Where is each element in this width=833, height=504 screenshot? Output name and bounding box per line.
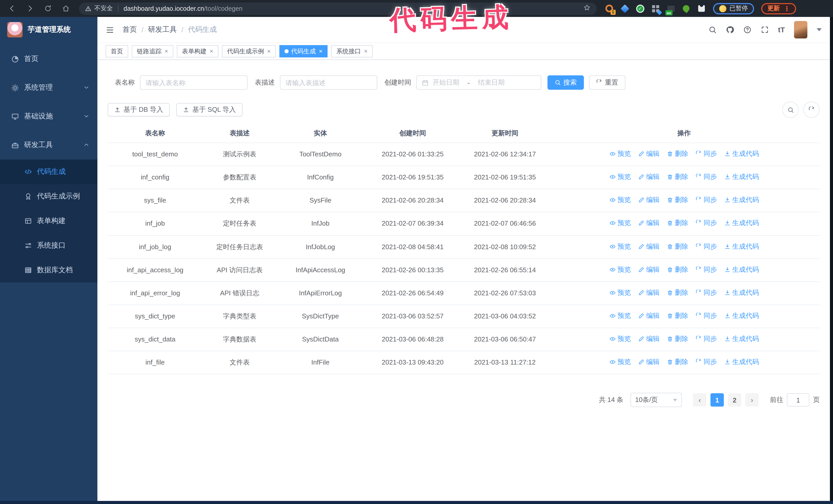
- preview-link[interactable]: 预览: [609, 171, 631, 183]
- tag-home[interactable]: 首页: [105, 45, 128, 57]
- edit-link[interactable]: 编辑: [638, 241, 660, 252]
- sidebar-item-system-api[interactable]: 系统接口: [0, 233, 97, 258]
- font-size-icon[interactable]: tT: [778, 26, 785, 34]
- avatar-dropdown-icon[interactable]: [816, 28, 822, 31]
- sidebar-item-codegen[interactable]: 代码生成: [0, 160, 97, 184]
- goto-page-input[interactable]: [787, 393, 809, 407]
- preview-link[interactable]: 预览: [609, 241, 631, 252]
- delete-link[interactable]: 删除: [667, 241, 688, 252]
- close-icon[interactable]: ×: [165, 48, 168, 54]
- table-desc-input[interactable]: [280, 75, 377, 90]
- search-button[interactable]: 搜索: [547, 75, 584, 90]
- profile-paused-chip[interactable]: 已暂停: [713, 3, 754, 14]
- sync-link[interactable]: 同步: [695, 333, 717, 344]
- next-page-button[interactable]: ›: [745, 393, 759, 407]
- tag-codegen-example[interactable]: 代码生成示例×: [222, 45, 276, 57]
- delete-link[interactable]: 删除: [667, 310, 688, 321]
- breadcrumb-devtools[interactable]: 研发工具: [148, 25, 177, 34]
- generate-code-link[interactable]: 生成代码: [724, 310, 759, 321]
- sync-link[interactable]: 同步: [695, 241, 717, 252]
- preview-link[interactable]: 预览: [609, 357, 631, 368]
- delete-link[interactable]: 删除: [667, 333, 688, 344]
- sidebar-item-db-doc[interactable]: 数据库文档: [0, 258, 97, 283]
- sync-link[interactable]: 同步: [695, 195, 717, 206]
- table-name-input[interactable]: [140, 75, 247, 90]
- preview-link[interactable]: 预览: [609, 310, 631, 321]
- generate-code-link[interactable]: 生成代码: [724, 171, 759, 183]
- github-icon[interactable]: [726, 26, 734, 34]
- edit-link[interactable]: 编辑: [638, 264, 660, 275]
- help-icon[interactable]: [743, 26, 752, 34]
- sidebar-logo[interactable]: 芋道管理系统: [0, 17, 97, 43]
- generate-code-link[interactable]: 生成代码: [724, 241, 759, 252]
- generate-code-link[interactable]: 生成代码: [724, 218, 759, 229]
- browser-back-icon[interactable]: [5, 2, 19, 15]
- delete-link[interactable]: 删除: [667, 148, 688, 160]
- sync-link[interactable]: 同步: [695, 287, 717, 298]
- import-sql-button[interactable]: 基于 SQL 导入: [176, 103, 243, 116]
- sync-link[interactable]: 同步: [695, 264, 717, 275]
- sync-link[interactable]: 同步: [695, 171, 717, 183]
- edit-link[interactable]: 编辑: [638, 333, 660, 344]
- end-date-placeholder[interactable]: 结束日期: [478, 78, 505, 87]
- sync-link[interactable]: 同步: [695, 357, 717, 368]
- browser-update-button[interactable]: 更新 ⋮: [761, 3, 796, 14]
- tag-system-api[interactable]: 系统接口×: [331, 45, 373, 57]
- sidebar-item-infra[interactable]: 基础设施: [0, 102, 97, 131]
- preview-link[interactable]: 预览: [609, 264, 631, 275]
- preview-link[interactable]: 预览: [609, 333, 631, 344]
- browser-scrollbar[interactable]: [830, 17, 833, 504]
- edit-link[interactable]: 编辑: [638, 218, 660, 229]
- delete-link[interactable]: 删除: [667, 171, 688, 183]
- delete-link[interactable]: 删除: [667, 218, 688, 229]
- extension-gem-icon[interactable]: [620, 4, 629, 13]
- edit-link[interactable]: 编辑: [638, 357, 660, 368]
- user-avatar[interactable]: [794, 21, 807, 39]
- tag-codegen[interactable]: 代码生成×: [279, 45, 328, 57]
- close-icon[interactable]: ×: [210, 48, 213, 54]
- delete-link[interactable]: 删除: [667, 287, 688, 298]
- preview-link[interactable]: 预览: [609, 195, 631, 206]
- extension-grid-icon[interactable]: [651, 4, 660, 13]
- edit-link[interactable]: 编辑: [638, 195, 660, 206]
- page-size-select[interactable]: 10条/页: [630, 393, 682, 407]
- browser-forward-icon[interactable]: [23, 2, 37, 15]
- preview-link[interactable]: 预览: [609, 218, 631, 229]
- browser-menu-icon[interactable]: ⋮: [784, 5, 790, 12]
- delete-link[interactable]: 删除: [667, 195, 688, 206]
- address-bar[interactable]: 不安全 dashboard.yudao.iocoder.cn/tool/code…: [79, 2, 597, 15]
- close-icon[interactable]: ×: [319, 48, 323, 54]
- fullscreen-icon[interactable]: [761, 26, 769, 34]
- start-date-placeholder[interactable]: 开始日期: [433, 78, 459, 87]
- sync-link[interactable]: 同步: [695, 148, 717, 160]
- extensions-puzzle-icon[interactable]: [697, 4, 706, 13]
- browser-home-icon[interactable]: [59, 2, 72, 15]
- bookmark-star-icon[interactable]: [584, 4, 591, 13]
- generate-code-link[interactable]: 生成代码: [724, 195, 759, 206]
- browser-reload-icon[interactable]: [41, 2, 54, 15]
- tag-form-builder[interactable]: 表单构建×: [177, 45, 218, 57]
- header-search-icon[interactable]: [709, 26, 717, 34]
- sidebar-item-home[interactable]: 首页: [0, 45, 97, 73]
- generate-code-link[interactable]: 生成代码: [724, 264, 759, 275]
- preview-link[interactable]: 预览: [609, 287, 631, 298]
- close-icon[interactable]: ×: [364, 48, 367, 54]
- extension-plant-icon[interactable]: [682, 4, 690, 13]
- delete-link[interactable]: 删除: [667, 264, 688, 275]
- sync-link[interactable]: 同步: [695, 310, 717, 321]
- edit-link[interactable]: 编辑: [638, 148, 660, 160]
- breadcrumb-home[interactable]: 首页: [122, 25, 137, 34]
- generate-code-link[interactable]: 生成代码: [724, 357, 759, 368]
- reset-button[interactable]: 重置: [589, 75, 625, 90]
- generate-code-link[interactable]: 生成代码: [724, 333, 759, 344]
- sidebar-item-codegen-example[interactable]: 代码生成示例: [0, 184, 97, 209]
- prev-page-button[interactable]: ‹: [693, 393, 706, 407]
- sidebar-item-devtools[interactable]: 研发工具: [0, 131, 97, 160]
- import-db-button[interactable]: 基于 DB 导入: [108, 103, 170, 116]
- sidebar-collapse-icon[interactable]: [105, 25, 114, 34]
- date-range-picker[interactable]: 开始日期 - 结束日期: [416, 75, 541, 90]
- refresh-table-button[interactable]: [803, 101, 820, 118]
- extension-on-icon[interactable]: on: [666, 4, 675, 13]
- sidebar-item-form-builder[interactable]: 表单构建: [0, 209, 97, 233]
- extension-check-icon[interactable]: ✓: [636, 4, 644, 13]
